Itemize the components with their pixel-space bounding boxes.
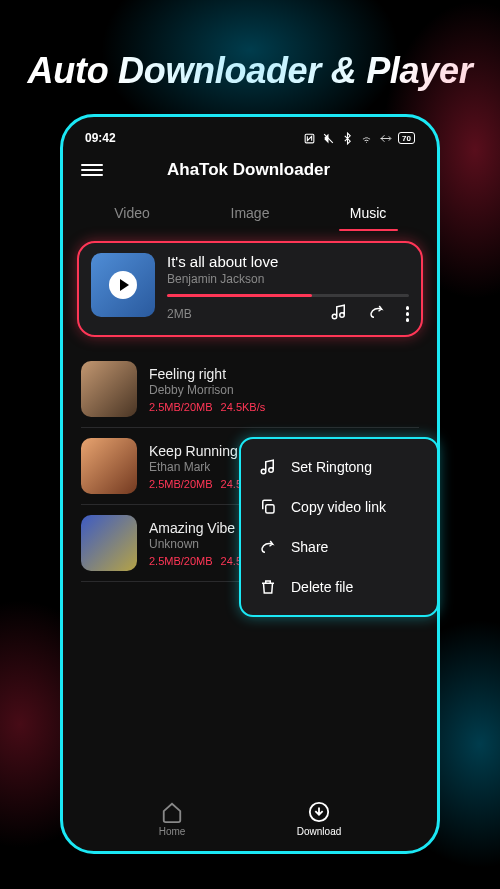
home-icon (161, 801, 183, 823)
tabs: Video Image Music (63, 187, 437, 231)
airplane-icon (379, 132, 392, 145)
nav-label: Home (159, 826, 186, 837)
featured-artist: Benjamin Jackson (167, 272, 409, 286)
ringtone-icon[interactable] (330, 303, 348, 325)
bottom-nav: Home Download (63, 793, 437, 841)
progress-bar[interactable] (167, 294, 409, 297)
nav-home[interactable]: Home (159, 801, 186, 837)
list-title: Feeling right (149, 366, 419, 382)
ringtone-icon (259, 458, 277, 476)
play-icon[interactable] (109, 271, 137, 299)
download-icon (308, 801, 330, 823)
menu-label: Share (291, 539, 328, 555)
nav-label: Download (297, 826, 341, 837)
list-thumbnail (81, 361, 137, 417)
list-meta: 2.5MB/20MB24.5KB/s (149, 401, 419, 413)
phone-frame: 09:42 70 AhaTok Downloader Video Image M… (60, 114, 440, 854)
menu-label: Copy video link (291, 499, 386, 515)
list-thumbnail (81, 515, 137, 571)
battery-icon: 70 (398, 132, 415, 144)
menu-share[interactable]: Share (241, 527, 437, 567)
share-icon[interactable] (368, 303, 386, 325)
wifi-icon (360, 132, 373, 145)
trash-icon (259, 578, 277, 596)
menu-icon[interactable] (81, 159, 103, 181)
hero-title: Auto Downloader & Player (0, 0, 500, 114)
svg-rect-2 (266, 505, 274, 513)
mute-icon (322, 132, 335, 145)
status-time: 09:42 (85, 131, 116, 145)
more-icon[interactable] (406, 306, 410, 322)
nfc-icon (303, 132, 316, 145)
featured-track[interactable]: It's all about love Benjamin Jackson 2MB (77, 241, 423, 337)
menu-ringtone[interactable]: Set Ringtong (241, 447, 437, 487)
list-artist: Debby Morrison (149, 383, 419, 397)
featured-thumbnail[interactable] (91, 253, 155, 317)
menu-delete[interactable]: Delete file (241, 567, 437, 607)
menu-label: Set Ringtong (291, 459, 372, 475)
tab-music[interactable]: Music (309, 197, 427, 231)
menu-copy[interactable]: Copy video link (241, 487, 437, 527)
list-item[interactable]: Feeling right Debby Morrison 2.5MB/20MB2… (81, 351, 419, 428)
context-menu: Set Ringtong Copy video link Share Delet… (239, 437, 439, 617)
nav-download[interactable]: Download (297, 801, 341, 837)
status-icons: 70 (303, 132, 415, 145)
tab-video[interactable]: Video (73, 197, 191, 231)
featured-title: It's all about love (167, 253, 409, 270)
status-bar: 09:42 70 (63, 125, 437, 149)
share-icon (259, 538, 277, 556)
list-thumbnail (81, 438, 137, 494)
bluetooth-icon (341, 132, 354, 145)
tab-image[interactable]: Image (191, 197, 309, 231)
copy-icon (259, 498, 277, 516)
app-header: AhaTok Downloader (63, 149, 437, 187)
menu-label: Delete file (291, 579, 353, 595)
featured-size: 2MB (167, 307, 192, 321)
app-title: AhaTok Downloader (167, 160, 330, 180)
